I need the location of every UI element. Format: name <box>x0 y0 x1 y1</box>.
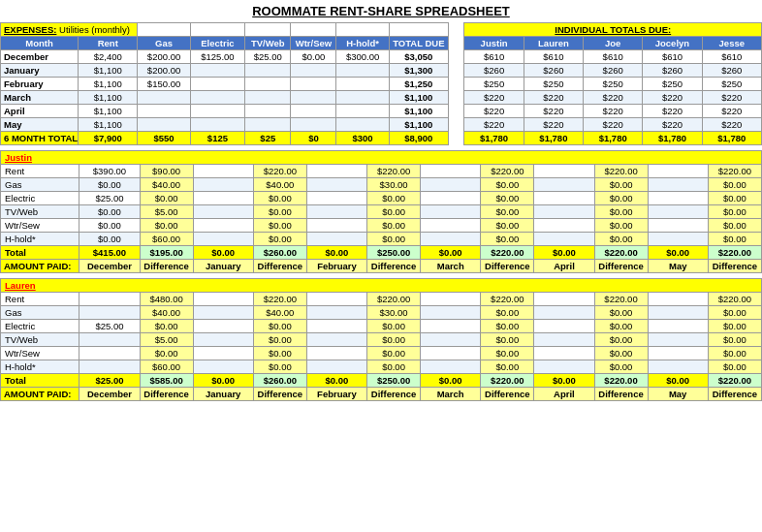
person-cell <box>306 360 366 374</box>
expense-cell <box>448 64 464 78</box>
wtrsew-header: Wtr/Sew <box>291 37 336 50</box>
expense-cell: February <box>1 78 79 91</box>
expense-cell <box>190 64 245 78</box>
person-cell: $0.00 <box>708 178 761 192</box>
person-cell: $0.00 <box>481 219 534 233</box>
expense-cell: $610 <box>464 50 524 64</box>
expense-cell: $220 <box>524 91 583 105</box>
expense-cell: $250 <box>643 78 702 91</box>
person-cell <box>79 306 140 320</box>
total-cell: $8,900 <box>389 132 448 145</box>
expense-cell <box>245 64 291 78</box>
person-cell: $5.00 <box>140 333 193 347</box>
person-cell: $0.00 <box>140 192 193 205</box>
total-cell: $125 <box>190 132 245 145</box>
person-cell: $220.00 <box>481 293 534 306</box>
person-cell: $220.00 <box>594 293 648 306</box>
expense-cell <box>291 78 336 91</box>
total-cell: $0 <box>291 132 336 145</box>
amount-paid-cell: Difference <box>481 260 534 273</box>
person-cell <box>648 192 708 205</box>
person-cell <box>534 219 594 233</box>
expense-cell: $260 <box>584 64 643 78</box>
person-cell: $220.00 <box>253 293 306 306</box>
expense-cell <box>245 118 291 132</box>
person-cell: $0.00 <box>481 205 534 219</box>
total-cell: $220.00 <box>481 246 534 260</box>
expense-cell: $220 <box>702 91 761 105</box>
amount-paid-cell: Difference <box>594 388 648 401</box>
person-cell: $60.00 <box>140 233 193 246</box>
person-cell <box>534 192 594 205</box>
person-cell <box>421 192 481 205</box>
person-cell <box>648 320 708 333</box>
person-cell: $0.00 <box>367 360 421 374</box>
person-cell <box>534 293 594 306</box>
amount-paid-cell: May <box>648 260 708 273</box>
total-cell: $300 <box>336 132 389 145</box>
person-cell: $0.00 <box>594 320 648 333</box>
person-cell: $220.00 <box>367 165 421 178</box>
expense-row: January$1,100$200.00$1,300$260$260$260$2… <box>1 64 762 78</box>
person-cell: $0.00 <box>253 205 306 219</box>
expense-row: March$1,100$1,100$220$220$220$220$220 <box>1 91 762 105</box>
person-cell <box>306 219 366 233</box>
person-cell <box>534 320 594 333</box>
person-cell <box>648 233 708 246</box>
expenses-label: EXPENSES: Utilities (monthly) <box>1 23 138 37</box>
amount-paid-cell: May <box>648 388 708 401</box>
expense-cell: $1,100 <box>79 78 138 91</box>
amount-paid-cell: December <box>79 260 140 273</box>
expense-cell: $1,100 <box>389 105 448 118</box>
person-cell: $0.00 <box>594 306 648 320</box>
person-cell: $0.00 <box>367 192 421 205</box>
total-cell: $0.00 <box>306 246 366 260</box>
person-cell <box>421 293 481 306</box>
amount-paid-cell: April <box>534 388 594 401</box>
person-cell <box>421 306 481 320</box>
person-cell: $0.00 <box>708 219 761 233</box>
person-cell: $0.00 <box>708 233 761 246</box>
expense-cell: $300.00 <box>336 50 389 64</box>
justin-section-header: Justin <box>1 151 762 165</box>
total-cell: $7,900 <box>79 132 138 145</box>
person-cell: $0.00 <box>140 219 193 233</box>
amount-paid-label: AMOUNT PAID: <box>1 260 79 273</box>
total-cell: $550 <box>138 132 190 145</box>
expense-row: February$1,100$150.00$1,250$250$250$250$… <box>1 78 762 91</box>
person-cell: $0.00 <box>367 333 421 347</box>
total-cell: 6 MONTH TOTAL <box>1 132 79 145</box>
expense-cell: $1,100 <box>79 118 138 132</box>
person-cell <box>306 306 366 320</box>
person-cell <box>648 165 708 178</box>
expense-cell: $220 <box>643 118 702 132</box>
person-cell <box>193 192 253 205</box>
individual-totals-header: INDIVIDUAL TOTALS DUE: <box>464 23 762 37</box>
person-data-row: TV/Web$5.00$0.00$0.00$0.00$0.00$0.00 <box>1 333 762 347</box>
person-cell: $0.00 <box>481 233 534 246</box>
person-cell <box>306 320 366 333</box>
expense-cell <box>190 105 245 118</box>
total-cell: $220.00 <box>594 374 648 388</box>
person-cell: $0.00 <box>253 233 306 246</box>
person-cell: $0.00 <box>481 306 534 320</box>
person-cell <box>193 333 253 347</box>
expense-cell: $2,400 <box>79 50 138 64</box>
expense-cell: $220 <box>464 91 524 105</box>
total-cell: $415.00 <box>79 246 140 260</box>
person-cell <box>421 333 481 347</box>
expense-cell: January <box>1 64 79 78</box>
expense-cell <box>336 91 389 105</box>
expense-cell: $260 <box>464 64 524 78</box>
hhold-header: H-hold* <box>336 37 389 50</box>
person-data-row: Electric$25.00$0.00$0.00$0.00$0.00$0.00$… <box>1 192 762 205</box>
total-cell: $0.00 <box>534 246 594 260</box>
total-cell: $1,780 <box>702 132 761 145</box>
person-cell: $220.00 <box>481 165 534 178</box>
page-wrapper: ROOMMATE RENT-SHARE SPREADSHEET EXPENSES… <box>0 0 762 401</box>
person-cell <box>306 233 366 246</box>
total-cell: $220.00 <box>708 374 761 388</box>
expense-cell: $220 <box>643 105 702 118</box>
person-cell <box>648 205 708 219</box>
person-cell <box>79 347 140 360</box>
